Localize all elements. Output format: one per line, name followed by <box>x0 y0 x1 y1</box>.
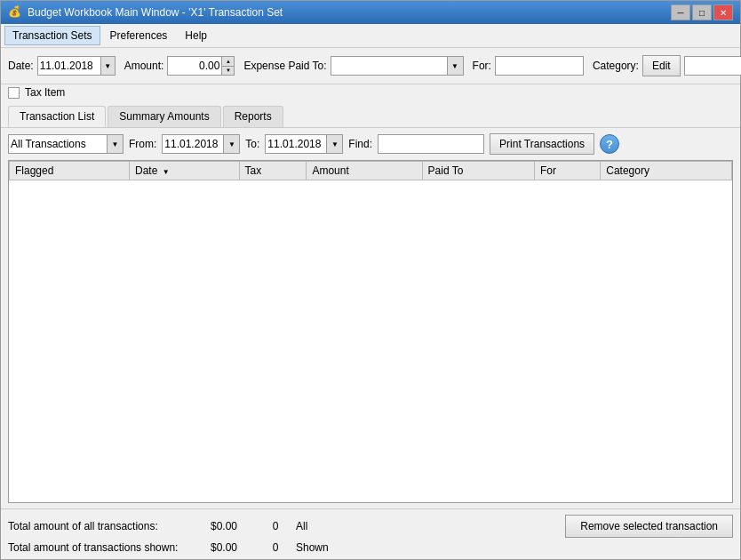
app-icon: 💰 <box>8 5 22 20</box>
status-bar: Total amount of all transactions: $0.00 … <box>1 508 740 559</box>
for-field-group: For: <box>473 56 584 76</box>
to-date-dropdown-button[interactable]: ▼ <box>326 135 342 153</box>
expense-field-group: Expense Paid To: ▼ <box>243 56 463 76</box>
tab-bar: Transaction List Summary Amounts Reports <box>1 102 740 127</box>
col-date[interactable]: Date ▼ <box>129 162 239 180</box>
print-button[interactable]: Print Transactions <box>490 133 594 155</box>
total-all-amount: $0.00 <box>211 520 255 532</box>
close-button[interactable]: ✕ <box>713 4 733 20</box>
filter-bar: ▼ From: ▼ To: ▼ Find: Print Transactions… <box>8 133 733 155</box>
to-date-wrapper: ▼ <box>265 134 343 154</box>
find-input[interactable] <box>378 134 484 154</box>
title-bar: 💰 Budget Workbook Main Window - 'X1' Tra… <box>1 1 740 24</box>
amount-spin-up[interactable]: ▲ <box>222 57 234 67</box>
col-tax: Tax <box>239 162 307 180</box>
date-input-wrapper: ▼ <box>37 56 116 76</box>
status-row-shown: Total amount of transactions shown: $0.0… <box>8 541 733 554</box>
category-input[interactable] <box>685 57 741 75</box>
filter-dropdown-button[interactable]: ▼ <box>107 135 123 153</box>
expense-input[interactable] <box>331 57 447 75</box>
help-button[interactable]: ? <box>600 134 619 154</box>
to-label: To: <box>245 138 259 150</box>
transaction-table-container: Flagged Date ▼ Tax Amount <box>8 160 733 503</box>
category-label: Category: <box>593 60 639 72</box>
from-label: From: <box>129 138 156 150</box>
amount-wrapper: ▲ ▼ <box>167 56 235 76</box>
tab-reports[interactable]: Reports <box>223 106 283 127</box>
find-label: Find: <box>348 138 372 150</box>
total-all-tag: All <box>296 520 331 532</box>
total-all-label: Total amount of all transactions: <box>8 520 203 532</box>
title-bar-left: 💰 Budget Workbook Main Window - 'X1' Tra… <box>8 5 283 20</box>
date-input[interactable] <box>38 57 100 75</box>
tab-transaction-list[interactable]: Transaction List <box>8 106 106 127</box>
date-dropdown-button[interactable]: ▼ <box>100 57 115 75</box>
col-paid-to: Paid To <box>422 162 534 180</box>
expense-dropdown-button[interactable]: ▼ <box>447 57 463 75</box>
to-date-input[interactable] <box>266 135 326 153</box>
minimize-button[interactable]: ─ <box>671 4 690 20</box>
total-all-count: 0 <box>262 520 289 532</box>
category-combo-wrapper: ▼ <box>684 56 741 76</box>
amount-input[interactable] <box>168 57 221 75</box>
status-row-all: Total amount of all transactions: $0.00 … <box>8 515 733 538</box>
amount-field-group: Amount: ▲ ▼ <box>124 56 235 76</box>
tax-item-label: Tax Item <box>25 86 65 99</box>
from-date-wrapper: ▼ <box>162 134 240 154</box>
from-date-input[interactable] <box>163 135 223 153</box>
expense-combo-wrapper: ▼ <box>331 56 464 76</box>
menu-help[interactable]: Help <box>177 26 215 45</box>
menu-preferences[interactable]: Preferences <box>102 26 176 45</box>
maximize-button[interactable]: □ <box>692 4 712 20</box>
col-for: For <box>535 162 601 180</box>
category-field-group: Category: Edit ▼ <box>593 55 741 76</box>
window-title: Budget Workbook Main Window - 'X1' Trans… <box>28 6 283 19</box>
remove-transaction-button[interactable]: Remove selected transaction <box>565 515 733 538</box>
title-controls: ─ □ ✕ <box>671 4 733 20</box>
col-category: Category <box>601 162 732 180</box>
from-date-dropdown-button[interactable]: ▼ <box>223 135 239 153</box>
tab-summary-amounts[interactable]: Summary Amounts <box>108 106 220 127</box>
filter-combo-input[interactable] <box>9 135 107 153</box>
tax-row: Tax Item <box>1 84 740 102</box>
total-shown-tag: Shown <box>296 541 331 554</box>
tax-item-checkbox[interactable] <box>8 87 20 99</box>
menu-bar: Transaction Sets Preferences Help <box>1 24 740 48</box>
transaction-table: Flagged Date ▼ Tax Amount <box>9 161 732 180</box>
menu-transaction-sets[interactable]: Transaction Sets <box>4 26 100 45</box>
col-flagged: Flagged <box>10 162 130 180</box>
total-shown-amount: $0.00 <box>211 541 255 554</box>
total-shown-label: Total amount of transactions shown: <box>8 541 203 554</box>
filter-combo-wrapper: ▼ <box>8 134 124 154</box>
date-label: Date: <box>8 60 34 72</box>
date-field-group: Date: ▼ <box>8 56 116 76</box>
col-amount: Amount <box>307 162 422 180</box>
date-sort-icon: ▼ <box>163 168 170 176</box>
edit-button[interactable]: Edit <box>642 55 681 76</box>
main-window: 💰 Budget Workbook Main Window - 'X1' Tra… <box>0 0 741 560</box>
expense-label: Expense Paid To: <box>243 60 326 72</box>
amount-spin-buttons: ▲ ▼ <box>221 57 234 75</box>
for-label: For: <box>473 60 491 72</box>
table-header-row: Flagged Date ▼ Tax Amount <box>10 162 732 180</box>
amount-label: Amount: <box>124 60 164 72</box>
amount-spin-down[interactable]: ▼ <box>222 67 234 76</box>
total-shown-count: 0 <box>262 541 289 554</box>
toolbar: Date: ▼ Amount: ▲ ▼ Expense Paid To: ▼ <box>1 48 740 84</box>
content-area: ▼ From: ▼ To: ▼ Find: Print Transactions… <box>1 127 740 508</box>
for-input[interactable] <box>495 56 584 76</box>
